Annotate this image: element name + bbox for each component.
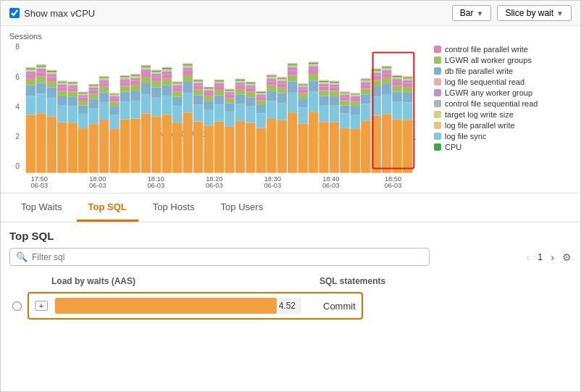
svg-rect-78 — [99, 76, 109, 77]
svg-rect-38 — [57, 87, 67, 91]
svg-rect-94 — [120, 77, 130, 79]
svg-rect-279 — [340, 105, 349, 113]
svg-rect-93 — [120, 79, 130, 82]
svg-rect-242 — [298, 107, 307, 123]
svg-rect-210 — [256, 94, 266, 96]
svg-rect-275 — [330, 82, 339, 83]
svg-rect-261 — [319, 96, 328, 105]
svg-rect-204 — [246, 82, 255, 83]
tab-top-waits[interactable]: Top Waits — [9, 194, 74, 222]
svg-rect-91 — [120, 86, 130, 92]
svg-rect-73 — [99, 87, 109, 93]
svg-rect-11 — [26, 75, 35, 79]
legend-color — [434, 67, 441, 75]
svg-rect-337 — [403, 78, 412, 80]
svg-rect-290 — [351, 99, 360, 101]
svg-rect-220 — [267, 77, 276, 79]
row-radio[interactable] — [12, 301, 22, 311]
svg-rect-229 — [277, 79, 287, 81]
legend-label: log file parallel write — [445, 121, 515, 130]
svg-rect-81 — [109, 107, 119, 114]
svg-rect-44 — [68, 107, 78, 123]
svg-rect-79 — [109, 129, 119, 173]
svg-rect-329 — [392, 76, 401, 77]
svg-rect-338 — [403, 78, 412, 78]
svg-rect-101 — [130, 80, 140, 84]
svg-rect-105 — [130, 74, 140, 75]
search-input-wrap[interactable]: 🔍 — [9, 248, 430, 266]
svg-rect-107 — [141, 94, 151, 114]
svg-rect-316 — [382, 78, 391, 84]
svg-rect-301 — [361, 80, 370, 83]
svg-rect-143 — [183, 93, 192, 112]
chart-controls: Bar ▼ Slice by wait ▼ — [452, 5, 572, 21]
expand-icon[interactable]: + — [35, 301, 48, 311]
svg-rect-280 — [340, 101, 349, 106]
next-page-button[interactable]: › — [547, 250, 558, 264]
tab-top-sql[interactable]: Top SQL — [77, 194, 138, 222]
svg-text:06-03: 06-03 — [322, 182, 340, 188]
svg-rect-328 — [392, 77, 401, 79]
svg-rect-177 — [214, 80, 224, 80]
svg-rect-209 — [256, 97, 266, 101]
svg-rect-186 — [225, 89, 234, 90]
svg-rect-135 — [172, 97, 182, 107]
show-max-vcpu-checkbox[interactable] — [9, 8, 20, 18]
svg-rect-258 — [309, 62, 318, 63]
svg-rect-45 — [68, 97, 78, 107]
legend-item: log file sync — [434, 132, 572, 141]
svg-rect-276 — [330, 80, 339, 81]
svg-rect-332 — [403, 102, 412, 120]
svg-rect-80 — [109, 114, 119, 129]
svg-rect-168 — [204, 87, 213, 88]
svg-rect-188 — [235, 104, 245, 121]
svg-rect-70 — [99, 120, 109, 172]
svg-rect-199 — [246, 92, 255, 98]
svg-rect-118 — [151, 81, 161, 88]
tab-top-hosts[interactable]: Top Hosts — [141, 194, 206, 222]
svg-rect-83 — [109, 99, 119, 101]
svg-rect-92 — [120, 82, 130, 86]
svg-rect-161 — [204, 110, 213, 125]
svg-rect-55 — [78, 101, 88, 106]
svg-rect-132 — [162, 67, 172, 68]
svg-rect-241 — [298, 124, 307, 173]
prev-page-button[interactable]: ‹ — [522, 250, 533, 264]
svg-rect-292 — [351, 94, 360, 96]
show-max-vcpu-label[interactable]: Show max vCPU — [9, 8, 95, 19]
chart-type-dropdown[interactable]: Bar ▼ — [452, 5, 492, 21]
svg-rect-152 — [193, 104, 203, 121]
svg-rect-98 — [130, 101, 140, 119]
svg-rect-326 — [392, 82, 401, 86]
svg-rect-183 — [225, 92, 234, 94]
svg-rect-213 — [256, 91, 266, 92]
svg-rect-339 — [403, 76, 412, 77]
settings-icon[interactable]: ⚙ — [562, 251, 572, 263]
svg-rect-123 — [151, 70, 161, 70]
svg-rect-74 — [99, 83, 109, 86]
svg-rect-26 — [47, 98, 57, 117]
svg-rect-231 — [277, 77, 287, 78]
svg-rect-102 — [130, 78, 140, 80]
svg-rect-202 — [246, 83, 255, 86]
slice-by-dropdown[interactable]: Slice by wait ▼ — [497, 5, 572, 21]
table-row[interactable]: + 4.52 Commit — [28, 292, 363, 320]
svg-rect-227 — [277, 83, 287, 87]
svg-rect-106 — [141, 114, 151, 173]
svg-rect-16 — [36, 113, 46, 172]
col-load-header: Load by waits (AAS) — [15, 276, 319, 286]
svg-rect-298 — [361, 88, 370, 94]
svg-rect-225 — [277, 93, 287, 103]
svg-rect-59 — [78, 93, 88, 93]
search-input[interactable] — [32, 252, 423, 262]
svg-rect-8 — [26, 96, 35, 114]
svg-rect-150 — [183, 63, 192, 64]
svg-rect-41 — [57, 82, 67, 83]
svg-rect-99 — [130, 91, 140, 101]
svg-rect-283 — [340, 93, 349, 95]
svg-rect-219 — [267, 78, 276, 81]
svg-rect-15 — [26, 67, 35, 68]
legend-item: log file parallel write — [434, 121, 572, 130]
col-sql-header: SQL statements — [319, 276, 566, 286]
tab-top-users[interactable]: Top Users — [209, 194, 275, 222]
